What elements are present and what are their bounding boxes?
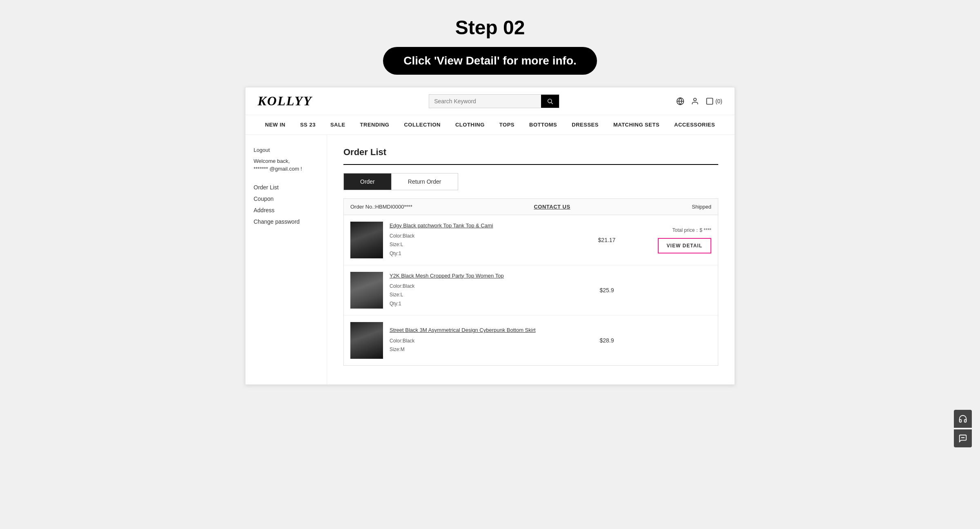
item-image-placeholder-1 xyxy=(350,222,383,258)
order-number: Order No.:HBMDI0000**** xyxy=(350,204,412,210)
nav-item-tops[interactable]: TOPS xyxy=(492,115,522,134)
sidebar-item-order-list[interactable]: Order List xyxy=(254,182,318,193)
cart-count: (0) xyxy=(715,98,722,104)
instruction-pill: Click 'View Detail' for more info. xyxy=(383,47,597,75)
title-divider xyxy=(343,164,718,165)
sidebar-logout-link[interactable]: Logout xyxy=(254,147,318,153)
item-name-2[interactable]: Y2K Black Mesh Cropped Party Top Women T… xyxy=(390,272,584,280)
search-button[interactable] xyxy=(541,95,559,108)
language-button[interactable] xyxy=(676,97,684,105)
nav-list: NEW IN SS 23 SALE TRENDING COLLECTION CL… xyxy=(258,115,722,134)
item-size-2: Size:L xyxy=(390,291,584,300)
tab-order[interactable]: Order xyxy=(344,173,391,190)
item-price-3: $28.9 xyxy=(590,337,623,344)
item-price-2: $25.9 xyxy=(590,287,623,293)
svg-line-1 xyxy=(551,102,553,104)
cart-icon xyxy=(706,97,714,105)
order-tabs: Order Return Order xyxy=(343,173,458,190)
main-content: Logout Welcome back, ******* @gmail.com … xyxy=(245,135,735,385)
contact-us-link[interactable]: CONTACT US xyxy=(534,204,570,210)
item-name-1[interactable]: Edgy Black patchwork Top Tank Top & Cami xyxy=(390,222,584,229)
item-color-3: Color:Black xyxy=(390,337,584,346)
tab-return-order[interactable]: Return Order xyxy=(392,173,458,190)
order-area: Order List Order Return Order Order No.:… xyxy=(327,135,735,385)
globe-icon xyxy=(676,97,684,105)
item-details-3: Street Black 3M Asymmetrical Design Cybe… xyxy=(390,327,584,354)
floating-buttons xyxy=(954,410,972,447)
nav-item-dresses[interactable]: DRESSES xyxy=(564,115,606,134)
user-button[interactable] xyxy=(691,97,699,105)
sidebar-welcome-text: Welcome back, xyxy=(254,158,318,164)
item-image-1 xyxy=(350,222,383,258)
nav-item-accessories[interactable]: ACCESSORIES xyxy=(667,115,722,134)
order-card-header: Order No.:HBMDI0000**** CONTACT US Shipp… xyxy=(344,199,718,215)
header-icons: (0) xyxy=(676,97,722,105)
item-price-1: $21.17 xyxy=(590,237,623,243)
order-status: Shipped xyxy=(692,204,711,210)
site-logo[interactable]: KOLLYY xyxy=(258,93,312,108)
item-image-placeholder-3 xyxy=(350,322,383,359)
item-qty-1: Qty:1 xyxy=(390,249,584,258)
sidebar-item-address[interactable]: Address xyxy=(254,204,318,216)
order-item-3: Street Black 3M Asymmetrical Design Cybe… xyxy=(344,316,718,365)
sidebar-email: ******* @gmail.com ! xyxy=(254,166,318,172)
item-size-1: Size:L xyxy=(390,240,584,249)
nav-item-matching-sets[interactable]: MATCHING SETS xyxy=(606,115,667,134)
svg-rect-5 xyxy=(706,98,713,104)
item-actions-1: Total price：$ **** VIEW DETAIL xyxy=(630,227,711,253)
search-icon xyxy=(547,98,553,104)
logo-area: KOLLYY xyxy=(258,93,312,109)
item-color-1: Color:Black xyxy=(390,232,584,241)
step-title: Step 02 xyxy=(8,16,972,39)
chat-icon xyxy=(958,434,967,443)
order-item: Edgy Black patchwork Top Tank Top & Cami… xyxy=(344,215,718,265)
cart-button[interactable]: (0) xyxy=(706,97,722,105)
nav-item-new-in[interactable]: NEW IN xyxy=(258,115,293,134)
nav-item-trending[interactable]: TRENDING xyxy=(353,115,397,134)
sidebar: Logout Welcome back, ******* @gmail.com … xyxy=(245,135,327,385)
headset-icon xyxy=(958,414,967,423)
search-wrapper xyxy=(429,94,559,108)
item-image-2 xyxy=(350,272,383,309)
order-item-2: Y2K Black Mesh Cropped Party Top Women T… xyxy=(344,265,718,316)
page-title: Order List xyxy=(343,147,718,158)
instruction-area: Step 02 Click 'View Detail' for more inf… xyxy=(0,0,980,87)
user-icon xyxy=(691,97,699,105)
item-image-placeholder-2 xyxy=(350,272,383,309)
sidebar-item-coupon[interactable]: Coupon xyxy=(254,193,318,204)
sidebar-item-change-password[interactable]: Change password xyxy=(254,216,318,227)
nav-item-ss23[interactable]: SS 23 xyxy=(293,115,323,134)
chat-button[interactable] xyxy=(954,429,972,447)
nav-item-collection[interactable]: COLLECTION xyxy=(396,115,448,134)
item-details-2: Y2K Black Mesh Cropped Party Top Women T… xyxy=(390,272,584,309)
view-detail-button[interactable]: VIEW DETAIL xyxy=(658,238,711,253)
svg-point-4 xyxy=(694,98,697,101)
site-nav: NEW IN SS 23 SALE TRENDING COLLECTION CL… xyxy=(245,115,735,135)
nav-item-bottoms[interactable]: BOTTOMS xyxy=(522,115,564,134)
site-header: KOLLYY xyxy=(245,87,735,115)
item-image-3 xyxy=(350,322,383,359)
item-color-2: Color:Black xyxy=(390,282,584,291)
headset-button[interactable] xyxy=(954,410,972,428)
item-details-1: Edgy Black patchwork Top Tank Top & Cami… xyxy=(390,222,584,258)
order-card: Order No.:HBMDI0000**** CONTACT US Shipp… xyxy=(343,198,718,366)
nav-item-sale[interactable]: SALE xyxy=(323,115,353,134)
item-qty-2: Qty:1 xyxy=(390,300,584,309)
total-price-text: Total price：$ **** xyxy=(673,227,711,234)
item-size-3: Size:M xyxy=(390,345,584,354)
nav-item-clothing[interactable]: CLOTHING xyxy=(448,115,492,134)
svg-point-0 xyxy=(548,99,552,102)
site-container: KOLLYY xyxy=(245,87,735,385)
item-name-3[interactable]: Street Black 3M Asymmetrical Design Cybe… xyxy=(390,327,584,334)
search-area xyxy=(320,94,668,108)
search-input[interactable] xyxy=(429,95,541,108)
